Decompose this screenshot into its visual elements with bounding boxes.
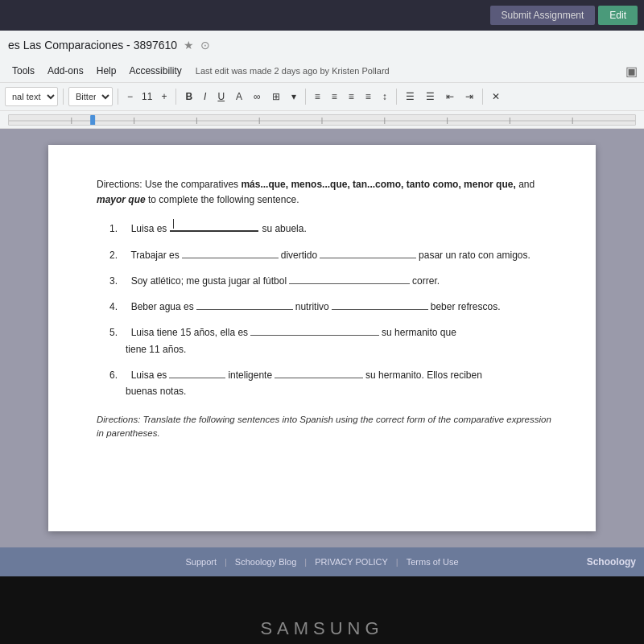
exercise-item-2: 2. Trabajar es divertido pasar un rato c…: [109, 247, 555, 263]
font-size-decrease-button[interactable]: −: [123, 87, 137, 106]
image-button[interactable]: ⊞: [268, 87, 284, 106]
document-title: es Las Comparaciones - 3897610: [8, 39, 177, 52]
bottom-area: SAMSUNG: [0, 576, 644, 644]
clear-format-button[interactable]: ✕: [488, 87, 504, 106]
blank-6-1[interactable]: [169, 367, 225, 378]
toolbar-separator-4: [305, 89, 306, 105]
italic-button[interactable]: I: [200, 87, 210, 106]
exercise-item-3: 3. Soy atlético; me gusta jugar al fútbo…: [109, 273, 555, 289]
toolbar: nal text Bitter − 11 + B I U A ∞ ⊞ ▾ ≡ ≡…: [0, 82, 644, 111]
exercise-item-1: 1. Luisa es su abuela.: [109, 221, 555, 237]
menu-tools[interactable]: Tools: [6, 63, 40, 79]
submit-assignment-button[interactable]: Submit Assignment: [490, 6, 596, 25]
exercise-item-6: 6. Luisa es inteligente su hermanito. El…: [109, 367, 555, 400]
blank-5-1[interactable]: [250, 324, 379, 336]
list-bullet-button[interactable]: ☰: [422, 87, 439, 106]
exercise-num-3: 3.: [109, 274, 126, 289]
menu-help[interactable]: Help: [91, 63, 122, 79]
exercise-num-6: 6.: [109, 367, 126, 383]
toolbar-separator-2: [118, 89, 118, 105]
blank-2-1[interactable]: [182, 247, 279, 258]
ruler-marks-svg: [9, 115, 635, 126]
blank-1-1[interactable]: [170, 221, 258, 232]
exercise-list: 1. Luisa es su abuela. 2. Trabajar es di…: [109, 221, 555, 399]
exercise-num-1: 1.: [109, 221, 126, 237]
font-size-value: 11: [140, 91, 154, 102]
footer-content: Support | Schoology Blog | PRIVACY POLIC…: [185, 557, 458, 567]
menu-accessibility[interactable]: Accessibility: [123, 63, 187, 79]
document-page: Directions: Use the comparatives más...q…: [48, 145, 596, 531]
justify-button[interactable]: ≡: [361, 87, 375, 106]
footer-support-link[interactable]: Support: [185, 557, 217, 567]
footer-sep-1: |: [225, 557, 227, 567]
align-left-button[interactable]: ≡: [311, 87, 324, 106]
bold-button[interactable]: B: [181, 87, 196, 106]
font-size-increase-button[interactable]: +: [157, 87, 171, 106]
line-spacing-button[interactable]: ↕: [378, 87, 391, 106]
style-select[interactable]: nal text: [5, 87, 58, 106]
blank-4-1[interactable]: [196, 299, 293, 310]
footer: Support | Schoology Blog | PRIVACY POLIC…: [0, 547, 644, 576]
list-number-button[interactable]: ☰: [402, 87, 419, 106]
indent-more-button[interactable]: ⇥: [461, 87, 477, 106]
ruler: [0, 111, 644, 129]
font-select[interactable]: Bitter: [68, 87, 113, 106]
exercise-item-4: 4. Beber agua es nutritivo beber refresc…: [109, 299, 555, 315]
blank-4-2[interactable]: [332, 299, 428, 310]
directions-1: Directions: Use the comparatives más...q…: [97, 177, 555, 208]
menu-addons[interactable]: Add-ons: [42, 63, 89, 79]
toolbar-separator-6: [482, 89, 483, 105]
exercise-5-line2: tiene 11 años.: [109, 341, 555, 357]
star-icon[interactable]: ★: [184, 39, 194, 52]
share-icon[interactable]: ▣: [625, 64, 638, 79]
edit-button[interactable]: Edit: [598, 6, 638, 25]
last-edit-text: Last edit was made 2 days ago by Kristen…: [196, 66, 390, 76]
exercise-num-4: 4.: [109, 299, 126, 315]
exercise-num-5: 5.: [109, 324, 126, 341]
menu-bar: Tools Add-ons Help Accessibility Last ed…: [0, 60, 644, 82]
exercise-num-2: 2.: [109, 248, 126, 263]
ruler-bar: [8, 114, 636, 126]
blank-6-2[interactable]: [275, 367, 363, 378]
toolbar-separator-1: [63, 89, 64, 105]
toolbar-separator-5: [396, 89, 397, 105]
svg-rect-10: [90, 115, 95, 126]
footer-terms-link[interactable]: Terms of Use: [407, 557, 459, 567]
directions-2: Directions: Translate the following sent…: [97, 413, 555, 441]
cloud-icon[interactable]: ⊙: [200, 39, 210, 52]
align-right-button[interactable]: ≡: [345, 87, 358, 106]
schoology-logo: Schoology: [587, 556, 636, 568]
exercise-item-5: 5. Luisa tiene 15 años, ella es su herma…: [109, 324, 555, 357]
samsung-logo: SAMSUNG: [260, 618, 383, 639]
text-color-button[interactable]: A: [232, 87, 246, 106]
footer-privacy-link[interactable]: PRIVACY POLICY: [315, 557, 388, 567]
toolbar-separator-3: [175, 89, 176, 105]
link-button[interactable]: ∞: [250, 87, 265, 106]
footer-sep-3: |: [396, 557, 398, 567]
exercise-6-line2: buenas notas.: [109, 383, 555, 399]
document-area: Directions: Use the comparatives más...q…: [0, 129, 644, 547]
blank-3-1[interactable]: [289, 273, 410, 284]
footer-sep-2: |: [304, 557, 307, 567]
more-button[interactable]: ▾: [287, 87, 300, 106]
blank-2-2[interactable]: [320, 247, 416, 258]
align-center-button[interactable]: ≡: [328, 87, 341, 106]
underline-button[interactable]: U: [213, 87, 229, 106]
indent-less-button[interactable]: ⇤: [442, 87, 458, 106]
footer-blog-link[interactable]: Schoology Blog: [235, 557, 296, 567]
top-bar: Submit Assignment Edit: [0, 0, 644, 31]
doc-title-bar: es Las Comparaciones - 3897610 ★ ⊙: [0, 31, 644, 60]
